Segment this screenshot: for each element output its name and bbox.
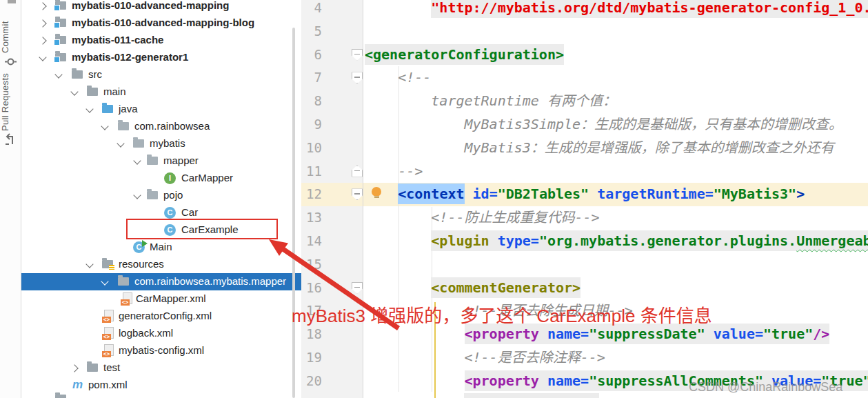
code-text: <!-- <box>365 66 431 90</box>
tree-item-mybatis-010-advanced-mapping[interactable]: mybatis-010-advanced-mapping <box>21 0 301 14</box>
editor-line-8[interactable]: 8 targetRuntime 有两个值： <box>301 90 868 113</box>
chevron-collapsed-icon[interactable] <box>70 364 78 372</box>
editor-line-13[interactable]: 13 <!--防止生成重复代码--> <box>301 206 868 230</box>
module-folder-icon <box>55 36 66 44</box>
runnable-class-icon: C <box>133 241 145 253</box>
code-text: <context id="DB2Tables" targetRuntime="M… <box>365 183 805 206</box>
editor-line-7[interactable]: 7 <!-- <box>301 66 868 90</box>
chevron-expanded-icon[interactable] <box>101 277 108 285</box>
tree-item-mybatis-011-cache[interactable]: mybatis-011-cache <box>21 32 301 49</box>
tree-item-label: mybatis-010-advanced-mapping <box>72 0 229 11</box>
tree-item-label: CarMapper <box>181 172 233 183</box>
tree-item-mybatis-config-xml[interactable]: <>mybatis-config.xml <box>21 342 301 359</box>
module-folder-icon <box>55 19 66 27</box>
editor-line-5[interactable]: 5 <box>301 20 868 43</box>
tree-item-label: java <box>119 103 138 115</box>
chevron-expanded-icon[interactable] <box>39 53 46 61</box>
maven-icon: m <box>72 378 83 392</box>
fold-marker-icon[interactable] <box>352 282 363 294</box>
editor-line-11[interactable]: 11 --> <box>301 160 868 183</box>
line-number: 14 <box>301 230 322 253</box>
tree-item-label: src <box>88 68 102 80</box>
chevron-expanded-icon[interactable] <box>85 260 93 268</box>
cropped-tool-icon <box>8 0 16 3</box>
tree-item-resources[interactable]: resources <box>21 256 301 273</box>
package-icon <box>147 191 158 199</box>
line-number: 16 <box>301 277 322 300</box>
editor-line-19[interactable]: 19 <!--是否去除注释--> <box>301 346 868 370</box>
project-tree: mybatis-010-advanced-mappingmybatis-010-… <box>21 0 301 398</box>
chevron-expanded-icon[interactable] <box>133 157 141 164</box>
line-number: 12 <box>301 183 322 206</box>
tree-item-main[interactable]: main <box>21 83 301 101</box>
tree-item-label: mybatis-010-advanced-mapping-blog <box>72 17 254 28</box>
editor-line-6[interactable]: 6<generatorConfiguration> <box>301 43 868 67</box>
editor-line-16[interactable]: 16 <commentGenerator> <box>301 277 868 300</box>
code-text: <commentGenerator> <box>365 277 581 300</box>
tree-item-mybatis-010-advanced-mapping-blog[interactable]: mybatis-010-advanced-mapping-blog <box>21 14 301 32</box>
tree-scrollbar[interactable] <box>292 28 295 398</box>
tree-item-mybatis-012-generator1[interactable]: mybatis-012-generator1 <box>21 49 301 66</box>
chevron-expanded-icon[interactable] <box>85 105 93 112</box>
chevron-collapsed-icon[interactable] <box>39 37 46 44</box>
chevron-collapsed-icon[interactable] <box>39 2 46 10</box>
editor-line-4[interactable]: 4 "http://mybatis.org/dtd/mybatis-genera… <box>301 0 868 20</box>
tree-item-com-rainbowsea[interactable]: com.rainbowsea <box>21 118 301 135</box>
tree-item-label: com.rainbowsea.mybatis.mapper <box>134 275 286 287</box>
tree-item-label: logback.xml <box>119 327 173 339</box>
line-number: 20 <box>301 370 322 393</box>
next-line-fragment-sliver <box>464 393 599 398</box>
xml-file-icon: <> <box>121 292 132 306</box>
tool-button-pull-requests[interactable]: Pull Requests <box>0 72 21 132</box>
tree-item-label: com.rainbowsea <box>134 120 210 132</box>
tree-item-pom-xml[interactable]: mpom.xml <box>21 377 301 394</box>
fold-marker-icon[interactable] <box>352 49 363 61</box>
tree-item-logback-xml[interactable]: <>logback.xml <box>21 325 301 342</box>
chevron-collapsed-icon[interactable] <box>39 19 46 27</box>
editor-line-12[interactable]: 12 <context id="DB2Tables" targetRuntime… <box>301 183 868 206</box>
tree-item-mybatis[interactable]: mybatis <box>21 135 301 152</box>
tree-item-label: mybatis-011-cache <box>72 34 163 46</box>
tree-item-test[interactable]: test <box>21 359 301 377</box>
chevron-expanded-icon[interactable] <box>101 122 108 130</box>
fold-marker-icon[interactable] <box>352 188 363 200</box>
folder-icon <box>87 88 98 96</box>
code-text: MyBatis3Simple：生成的是基础版，只有基本的增删改查。 <box>365 113 842 137</box>
code-text: <plugin type="org.mybatis.generator.plug… <box>365 230 868 253</box>
chevron-expanded-icon[interactable] <box>70 88 78 95</box>
tree-item-pojo[interactable]: pojo <box>21 187 301 204</box>
tree-item-main[interactable]: CMain <box>21 239 301 256</box>
editor-line-9[interactable]: 9 MyBatis3Simple：生成的是基础版，只有基本的增删改查。 <box>301 113 868 137</box>
annotation-text: myBatis3 增强版的，多了这个 CarExample 条件信息 <box>292 301 712 327</box>
annotation-highlight-box <box>126 219 278 239</box>
tree-item-src[interactable]: src <box>21 66 301 83</box>
chevron-expanded-icon[interactable] <box>133 191 141 199</box>
line-number: 15 <box>301 253 322 277</box>
folder-icon <box>72 70 83 79</box>
fold-marker-icon[interactable] <box>352 72 363 83</box>
tree-item-label: Main <box>150 241 172 252</box>
tree-item-label: generatorConfig.xml <box>119 310 212 321</box>
fold-marker-icon[interactable] <box>352 166 363 177</box>
tool-button-commit[interactable]: Commit <box>0 18 21 57</box>
pull-request-icon[interactable] <box>5 133 17 145</box>
tree-item-label: mybatis <box>150 137 185 149</box>
code-text: targetRuntime 有两个值： <box>365 90 616 113</box>
chevron-expanded-icon[interactable] <box>117 139 124 147</box>
editor-line-14[interactable]: 14 <plugin type="org.mybatis.generator.p… <box>301 230 868 253</box>
tree-item-mapper[interactable]: mapper <box>21 152 301 170</box>
source-root-folder-icon <box>102 105 113 113</box>
tree-item-row[interactable] <box>21 394 301 398</box>
commit-icon[interactable] <box>5 56 17 68</box>
tree-item-carmapper[interactable]: ICarMapper <box>21 170 301 187</box>
tree-item-generatorconfig-xml[interactable]: <>generatorConfig.xml <box>21 308 301 325</box>
tree-item-java[interactable]: java <box>21 101 301 118</box>
package-icon <box>133 139 144 148</box>
editor-line-10[interactable]: 10 MyBatis3：生成的是增强版，除了基本的增删改查之外还有 <box>301 137 868 160</box>
tree-item-com-rainbowsea-mybatis-mapper[interactable]: com.rainbowsea.mybatis.mapper <box>21 273 301 290</box>
resources-folder-icon <box>102 260 113 268</box>
tree-item-carmapper-xml[interactable]: <>CarMapper.xml <box>21 290 301 308</box>
chevron-expanded-icon[interactable] <box>54 70 62 78</box>
editor-line-15[interactable]: 15 <box>301 253 868 277</box>
code-text: <generatorConfiguration> <box>365 43 564 67</box>
